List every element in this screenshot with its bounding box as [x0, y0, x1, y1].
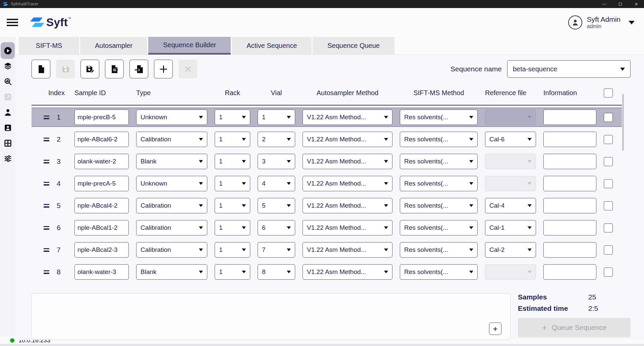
rack-select[interactable]: 1 — [215, 154, 250, 169]
close-button[interactable]: ✕ — [634, 2, 639, 6]
vial-select[interactable]: 8 — [258, 264, 295, 280]
vial-select[interactable]: 5 — [258, 198, 295, 213]
sidebar-item-play[interactable] — [1, 42, 15, 59]
sidebar-item-user[interactable] — [0, 104, 15, 121]
maximize-button[interactable] — [618, 2, 623, 6]
vial-select[interactable]: 3 — [258, 154, 295, 169]
row-checkbox[interactable] — [604, 179, 613, 188]
type-select[interactable]: Calibration — [136, 242, 207, 258]
drag-handle-icon[interactable] — [44, 182, 49, 186]
sidebar-item-chart-search[interactable] — [0, 73, 15, 90]
rack-select[interactable]: 1 — [215, 220, 250, 235]
tab-sequence-queue[interactable]: Sequence Queue — [313, 37, 394, 55]
type-select[interactable]: Blank — [136, 264, 207, 280]
table-row[interactable]: 8 Blank 1 8 V1.22 Asm Method... Res solv… — [32, 262, 622, 282]
minimize-button[interactable] — [602, 2, 606, 6]
row-checkbox[interactable] — [604, 246, 613, 255]
tab-active-sequence[interactable]: Active Sequence — [232, 37, 312, 55]
type-select[interactable]: Calibration — [136, 132, 207, 147]
tab-sequence-builder[interactable]: Sequence Builder — [148, 37, 231, 55]
drag-handle-icon[interactable] — [44, 138, 49, 141]
drag-handle-icon[interactable] — [44, 160, 49, 163]
rack-select[interactable]: 1 — [215, 110, 250, 125]
type-select[interactable]: Calibration — [136, 220, 207, 235]
autosampler-method-select[interactable]: V1.22 Asm Method... — [303, 110, 392, 125]
rack-select[interactable]: 1 — [215, 198, 250, 213]
add-row-button[interactable]: + — [489, 323, 501, 335]
table-row[interactable]: 7 Calibration 1 7 V1.22 Asm Method... Re… — [32, 240, 622, 260]
sample-id-input[interactable] — [74, 176, 129, 191]
table-row[interactable]: 1 Unknown 1 1 V1.22 Asm Method... Res so… — [32, 108, 622, 127]
export-file-button[interactable] — [105, 60, 124, 78]
autosampler-method-select[interactable]: V1.22 Asm Method... — [303, 176, 392, 191]
save-edit-button[interactable] — [80, 60, 99, 78]
row-checkbox[interactable] — [604, 268, 613, 277]
sequence-name-select[interactable]: beta-sequence — [507, 60, 631, 78]
siftms-method-select[interactable]: Res solvents(... — [400, 220, 478, 235]
sample-id-input[interactable] — [74, 132, 129, 147]
vertical-scrollbar[interactable] — [622, 94, 624, 151]
siftms-method-select[interactable]: Res solvents(... — [400, 132, 478, 147]
rack-select[interactable]: 1 — [215, 176, 250, 191]
information-input[interactable] — [543, 264, 596, 280]
information-input[interactable] — [543, 198, 596, 213]
sample-id-input[interactable] — [74, 264, 129, 280]
sample-id-input[interactable] — [74, 110, 129, 125]
information-input[interactable] — [543, 154, 596, 169]
siftms-method-select[interactable]: Res solvents(... — [400, 176, 478, 191]
tab-sift-ms[interactable]: SIFT-MS — [19, 37, 79, 55]
table-row[interactable]: 6 Calibration 1 6 V1.22 Asm Method... Re… — [32, 218, 622, 237]
reference-file-select[interactable]: Cal-1 — [485, 220, 536, 235]
row-checkbox[interactable] — [604, 157, 613, 166]
siftms-method-select[interactable]: Res solvents(... — [400, 110, 478, 125]
autosampler-method-select[interactable]: V1.22 Asm Method... — [303, 220, 392, 235]
user-menu[interactable]: Syft Admin admin — [568, 15, 635, 29]
information-input[interactable] — [543, 242, 596, 258]
siftms-method-select[interactable]: Res solvents(... — [400, 242, 478, 258]
vial-select[interactable]: 2 — [258, 132, 295, 147]
drag-handle-icon[interactable] — [44, 116, 49, 119]
rack-select[interactable]: 1 — [215, 242, 250, 258]
autosampler-method-select[interactable]: V1.22 Asm Method... — [303, 264, 392, 280]
reference-file-select[interactable]: Cal-2 — [485, 242, 536, 258]
autosampler-method-select[interactable]: V1.22 Asm Method... — [303, 154, 392, 169]
row-checkbox[interactable] — [604, 201, 613, 210]
vial-select[interactable]: 7 — [258, 242, 295, 258]
reference-file-select[interactable]: Cal-4 — [485, 198, 536, 213]
sidebar-item-id-card[interactable] — [0, 119, 15, 136]
sample-id-input[interactable] — [74, 220, 129, 235]
autosampler-method-select[interactable]: V1.22 Asm Method... — [303, 242, 392, 258]
sample-id-input[interactable] — [74, 242, 129, 258]
table-row[interactable]: 2 Calibration 1 2 V1.22 Asm Method... Re… — [32, 130, 622, 149]
sidebar-item-sliders[interactable] — [0, 150, 15, 167]
select-all-checkbox[interactable] — [604, 88, 613, 97]
siftms-method-select[interactable]: Res solvents(... — [400, 198, 478, 213]
reference-file-select[interactable]: Cal-6 — [485, 132, 536, 147]
autosampler-method-select[interactable]: V1.22 Asm Method... — [303, 198, 392, 213]
add-button[interactable] — [154, 60, 173, 78]
drag-handle-icon[interactable] — [44, 248, 49, 252]
queue-sequence-button[interactable]: + Queue Sequence — [518, 318, 631, 337]
type-select[interactable]: Calibration — [136, 198, 207, 213]
information-input[interactable] — [543, 110, 596, 125]
type-select[interactable]: Blank — [136, 154, 207, 169]
hamburger-menu-icon[interactable] — [7, 17, 18, 27]
type-select[interactable]: Unknown — [136, 176, 207, 191]
tab-autosampler[interactable]: Autosampler — [80, 37, 147, 55]
drag-handle-icon[interactable] — [44, 226, 49, 230]
type-select[interactable]: Unknown — [136, 110, 207, 125]
rack-select[interactable]: 1 — [215, 264, 250, 280]
information-input[interactable] — [543, 220, 596, 235]
drag-handle-icon[interactable] — [44, 270, 49, 274]
siftms-method-select[interactable]: Res solvents(... — [400, 264, 478, 280]
row-checkbox[interactable] — [604, 223, 613, 232]
vial-select[interactable]: 4 — [258, 176, 295, 191]
chevron-down-icon[interactable] — [629, 21, 635, 24]
table-row[interactable]: 5 Calibration 1 5 V1.22 Asm Method... Re… — [32, 196, 622, 215]
table-row[interactable]: 4 Unknown 1 4 V1.22 Asm Method... Res so… — [32, 174, 622, 193]
sidebar-item-layers[interactable] — [0, 58, 15, 74]
drag-handle-icon[interactable] — [44, 204, 49, 208]
vial-select[interactable]: 6 — [258, 220, 295, 235]
sidebar-item-table-grid[interactable] — [0, 135, 15, 151]
row-checkbox[interactable] — [604, 113, 613, 122]
